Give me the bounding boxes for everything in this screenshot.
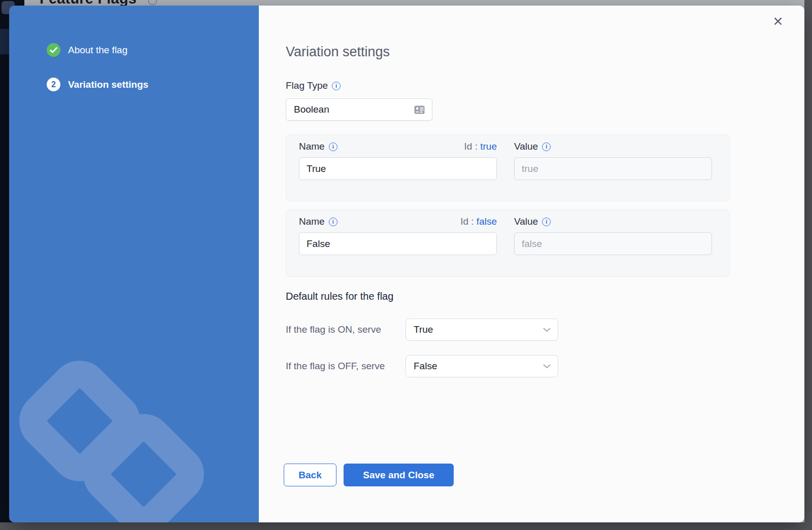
wizard-steps: About the flag 2 Variation settings <box>47 43 148 91</box>
rule-on-value: True <box>414 324 433 335</box>
rule-on-label: If the flag is ON, serve <box>286 324 405 335</box>
step-variation-settings[interactable]: 2 Variation settings <box>47 78 148 91</box>
flag-type-label: Flag Type <box>286 80 328 91</box>
variation-name-input[interactable] <box>299 232 497 255</box>
info-icon[interactable]: i <box>332 82 341 90</box>
info-icon[interactable]: i <box>329 218 337 226</box>
variation-name-input[interactable] <box>299 157 497 180</box>
rule-off-select[interactable]: False <box>405 355 558 377</box>
flag-wizard-modal: About the flag 2 Variation settings ✕ Va… <box>9 6 804 522</box>
variation-id: Id : true <box>464 141 497 152</box>
info-icon[interactable]: i <box>542 218 551 226</box>
variation-card-true: Name i Id : true Value i <box>286 134 730 201</box>
step-about-the-flag[interactable]: About the flag <box>47 43 148 57</box>
value-label: Value <box>514 141 538 152</box>
panel-heading: Variation settings <box>286 44 390 60</box>
wizard-stepper-panel: About the flag 2 Variation settings <box>9 6 259 522</box>
save-and-close-button[interactable]: Save and Close <box>344 464 454 486</box>
check-circle-icon <box>47 43 60 57</box>
info-icon[interactable]: i <box>542 143 551 151</box>
variation-id-value: false <box>477 216 497 227</box>
screen: Feature Flags About the flag 2 <box>0 0 812 530</box>
variation-value-input[interactable] <box>514 232 712 255</box>
variation-value-input[interactable] <box>514 157 712 180</box>
flag-type-label-row: Flag Type i <box>286 80 341 91</box>
variation-card-header: Name i Id : true Value i <box>299 141 717 152</box>
default-rules-heading: Default rules for the flag <box>286 291 393 302</box>
back-button[interactable]: Back <box>284 464 336 486</box>
flag-type-value: Boolean <box>294 104 329 115</box>
step-label: About the flag <box>68 45 127 56</box>
rule-row-off: If the flag is OFF, serve False <box>286 355 558 377</box>
variation-id-value: true <box>480 141 497 152</box>
flag-type-select[interactable]: Boolean <box>286 98 432 121</box>
list-card-icon <box>414 105 425 114</box>
background-page-header: Feature Flags <box>24 0 804 6</box>
rule-on-select[interactable]: True <box>405 319 558 341</box>
value-label: Value <box>514 216 538 227</box>
close-icon[interactable]: ✕ <box>770 14 786 29</box>
info-icon[interactable]: i <box>329 143 337 151</box>
chevron-down-icon <box>543 328 551 332</box>
step-label: Variation settings <box>68 79 148 90</box>
rule-row-on: If the flag is ON, serve True <box>286 319 558 341</box>
name-label: Name <box>299 141 325 152</box>
variation-card-header: Name i Id : false Value i <box>299 216 717 227</box>
info-icon <box>148 0 157 5</box>
rule-off-value: False <box>414 361 437 372</box>
wizard-content-panel: ✕ Variation settings Flag Type i Boolean… <box>259 6 804 522</box>
step-number-badge: 2 <box>47 78 60 91</box>
wizard-actions: Back Save and Close <box>284 464 454 486</box>
name-label: Name <box>299 216 325 227</box>
chevron-down-icon <box>543 364 551 369</box>
variation-card-false: Name i Id : false Value i <box>286 209 730 277</box>
page-title: Feature Flags <box>40 0 137 6</box>
variation-id: Id : false <box>460 216 497 227</box>
rule-off-label: If the flag is OFF, serve <box>286 361 405 372</box>
